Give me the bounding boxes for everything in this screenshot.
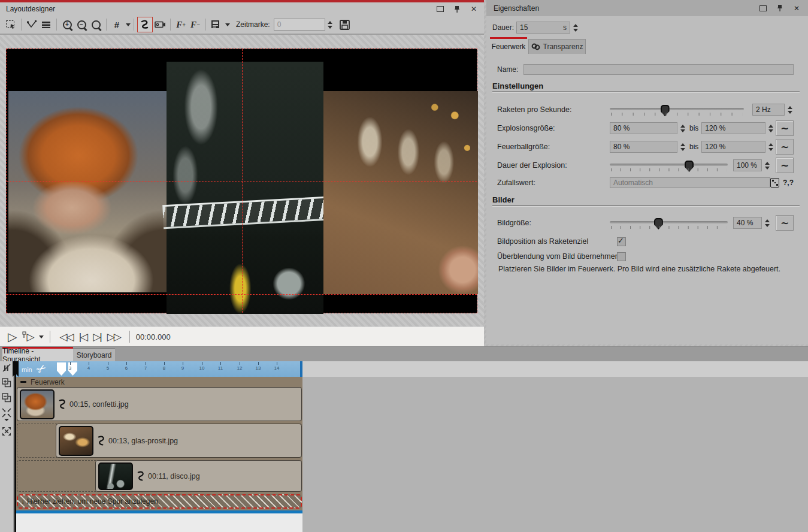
feuerball-row: Feuerballgröße: 80 % bis 120 % ∼: [497, 139, 794, 155]
timeline-ruler[interactable]: min ✂ 3 4 5 6 7 8 9 10 11 12 13 14: [16, 361, 302, 377]
close-icon[interactable]: ✕: [470, 5, 478, 13]
dauer-explosion-slider[interactable]: [610, 159, 728, 172]
hide-muted-tracks-icon[interactable]: [2, 364, 11, 373]
curve-select-tool-button[interactable]: [25, 17, 39, 32]
explosion-curve-button[interactable]: ∼: [776, 120, 794, 136]
zoom-fit-timeline-icon[interactable]: [2, 408, 11, 421]
bildgroesse-value[interactable]: 40 %: [733, 217, 762, 229]
dauer-explosion-curve-button[interactable]: ∼: [776, 158, 794, 173]
name-input[interactable]: [523, 64, 794, 75]
bildgroesse-label: Bildgröße:: [497, 219, 610, 227]
tab-transparenz[interactable]: Transparenz: [528, 39, 586, 54]
timeline-empty-area: [14, 513, 302, 532]
tab-storyboard[interactable]: Storyboard: [73, 348, 115, 361]
bildgroesse-curve-button[interactable]: ∼: [776, 215, 794, 231]
bildposition-checkbox[interactable]: [617, 237, 626, 246]
photo-party-toast[interactable]: [323, 91, 478, 294]
motion-path-icon: [137, 471, 146, 482]
slide-canvas[interactable]: [6, 49, 477, 313]
play-options-caret[interactable]: [39, 335, 44, 338]
zeitmarke-spinner[interactable]: [326, 19, 334, 31]
panel-title: Layoutdesigner: [6, 5, 436, 13]
forward-button[interactable]: ▷▷: [107, 331, 120, 343]
restore-icon[interactable]: [436, 5, 444, 13]
new-track-drop-zone[interactable]: ↓ Hierher ziehen, um neue Spur anzulegen…: [17, 494, 302, 509]
feuerball-curve-button[interactable]: ∼: [776, 139, 794, 155]
select-tool-button[interactable]: [4, 17, 18, 32]
bildgroesse-row: Bildgröße: 40 % ∼: [497, 215, 794, 231]
raketen-value[interactable]: 2 Hz: [752, 104, 785, 116]
photo-confetti[interactable]: [8, 91, 168, 292]
close-icon[interactable]: ✕: [792, 5, 801, 12]
image-text-dropdown-caret[interactable]: [225, 23, 230, 26]
ruler-band: min ✂ 3 4 5 6 7 8 9 10 11 12 13 14: [14, 361, 808, 377]
explosion-from-spinner[interactable]: [679, 122, 686, 134]
dauer-explosion-spinner[interactable]: [763, 159, 771, 171]
section-rule: [492, 205, 800, 207]
track-header-feuerwerk[interactable]: Feuerwerk: [17, 377, 302, 387]
layout-preview-area[interactable]: [0, 34, 484, 327]
layers-tool-button[interactable]: [39, 17, 53, 32]
play-from-here-button[interactable]: ▷: [22, 331, 34, 343]
timeline-item-disco[interactable]: 00:11, disco.jpg: [95, 460, 302, 492]
timeline-item-glas-prosit[interactable]: 00:13, glas-prosit.jpg: [56, 424, 302, 458]
bis-label: bis: [689, 143, 698, 151]
play-button[interactable]: ▷: [8, 330, 16, 344]
restore-icon[interactable]: [759, 5, 767, 12]
rewind-button[interactable]: ◁◁: [59, 331, 72, 343]
zufallswert-input[interactable]: Automatisch: [610, 177, 770, 188]
zoom-out-icon[interactable]: −: [74, 17, 89, 32]
feuerball-to-input[interactable]: 120 %: [701, 141, 765, 153]
dauer-explosion-value[interactable]: 100 %: [733, 159, 762, 171]
track-row: 00:13, glas-prosit.jpg: [17, 424, 302, 458]
timeline-tool-strip: [0, 361, 14, 532]
random-value-button[interactable]: ?,?: [783, 179, 794, 187]
bildgroesse-spinner[interactable]: [763, 217, 771, 229]
raketen-spinner[interactable]: [786, 104, 794, 116]
pin-icon[interactable]: [776, 5, 784, 12]
tab-feuerwerk[interactable]: Feuerwerk: [490, 37, 527, 54]
zeitmarke-input[interactable]: 0: [274, 19, 325, 31]
playhead[interactable]: [14, 361, 16, 532]
explosion-to-spinner[interactable]: [767, 122, 774, 134]
next-button[interactable]: ▷|: [93, 331, 101, 343]
save-icon[interactable]: [338, 17, 352, 32]
timeline-item-confetti[interactable]: 00:15, confetti.jpg: [17, 387, 302, 421]
image-text-tool-button[interactable]: [209, 17, 223, 32]
feuerball-from-input[interactable]: 80 %: [610, 141, 677, 153]
duration-input[interactable]: 15 s: [516, 22, 570, 34]
zeitmarke-label: Zeitmarke:: [236, 20, 270, 29]
zoom-in-icon[interactable]: +: [60, 17, 74, 32]
feuerball-from-spinner[interactable]: [679, 141, 686, 153]
explosion-from-input[interactable]: 80 %: [610, 122, 677, 134]
previous-button[interactable]: |◁: [79, 331, 87, 343]
add-track-icon[interactable]: [2, 378, 11, 388]
zoom-expand-timeline-icon[interactable]: [2, 427, 11, 436]
duration-row: Dauer: 15 s: [492, 20, 794, 35]
duration-spinner[interactable]: [571, 22, 579, 34]
raketen-slider[interactable]: [610, 103, 744, 116]
timeline-tabbar: Timeline - Spuransicht Storyboard: [0, 347, 808, 361]
collapse-track-icon[interactable]: [20, 381, 26, 383]
track-row: 00:11, disco.jpg: [17, 460, 302, 492]
feuerball-to-spinner[interactable]: [767, 141, 774, 153]
layoutdesigner-panel: Layoutdesigner ✕ + − #: [0, 0, 484, 346]
grid-dropdown-caret[interactable]: [126, 23, 131, 26]
grid-icon[interactable]: #: [110, 17, 124, 32]
explosion-to-input[interactable]: 120 %: [701, 122, 765, 134]
tab-timeline-spuransicht[interactable]: Timeline - Spuransicht: [2, 347, 73, 361]
pin-icon[interactable]: [453, 5, 461, 13]
fade-out-flag-button[interactable]: F−: [188, 17, 202, 32]
ueberblendung-checkbox[interactable]: [617, 252, 626, 261]
playhead-head: [13, 361, 19, 377]
dice-icon[interactable]: [770, 178, 779, 188]
scissors-icon[interactable]: ✂: [34, 361, 49, 377]
fade-in-flag-button[interactable]: F+: [174, 17, 188, 32]
panel-title: Eigenschaften: [494, 4, 759, 13]
camera-pan-tool-button[interactable]: [153, 17, 167, 32]
motion-path-tool-button[interactable]: [137, 17, 153, 32]
photo-glas-prosit[interactable]: [167, 62, 323, 314]
zoom-fit-icon[interactable]: [89, 17, 103, 32]
remove-track-icon[interactable]: [2, 393, 11, 403]
bildgroesse-slider[interactable]: [610, 216, 728, 229]
